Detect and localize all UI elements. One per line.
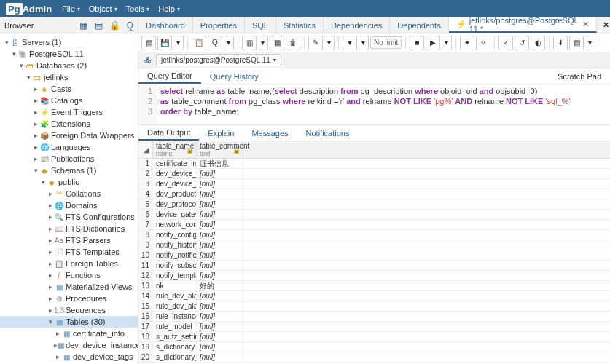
tree-node[interactable]: ▾◆Schemas (1) xyxy=(0,165,138,176)
column-header[interactable]: table_name name 🔒 xyxy=(153,141,197,158)
tree-node[interactable]: ▸▦Materialized Views xyxy=(0,281,138,293)
tab-dependents[interactable]: Dependents xyxy=(390,17,448,33)
tree-node[interactable]: ▸📄FTS Templates xyxy=(0,246,138,258)
column-header[interactable]: table_comment text 🔒 xyxy=(197,141,243,158)
table-row[interactable]: 13ok好的 xyxy=(138,281,610,291)
tree-node[interactable]: ▸⚙Procedures xyxy=(0,293,138,304)
tree-node[interactable]: ▸📦Foreign Data Wrappers xyxy=(0,130,138,141)
scratch-pad-tab[interactable]: Scratch Pad xyxy=(549,68,610,84)
search-icon[interactable]: Q xyxy=(127,20,133,31)
tree-node[interactable]: ▸🔍FTS Configurations xyxy=(0,211,138,223)
close-icon[interactable]: ✕ xyxy=(582,20,589,29)
table-row[interactable]: 6device_gateway[null] xyxy=(138,210,610,220)
rollback-button[interactable]: ↺ xyxy=(515,36,529,50)
table-row[interactable]: 2dev_device_inst...[null] xyxy=(138,169,610,179)
find-button[interactable]: Q xyxy=(208,36,222,50)
filter-dropdown[interactable]: ▾ xyxy=(359,36,369,50)
save-button[interactable]: 💾 xyxy=(157,36,172,50)
tree-node[interactable]: ▸ƒFunctions xyxy=(0,269,138,281)
tab-sql[interactable]: SQL xyxy=(245,17,276,33)
macro-button[interactable]: ▤ xyxy=(569,36,584,50)
menu-help[interactable]: Help ▾ xyxy=(158,4,180,13)
table-row[interactable]: 17rule_model[null] xyxy=(138,322,610,332)
tree-node[interactable]: ▸▦dev_device_tags xyxy=(0,351,138,363)
connection-icon[interactable]: 🖧 xyxy=(143,55,152,66)
table-row[interactable]: 20s_dictionary_item[null] xyxy=(138,352,610,363)
table-row[interactable]: 12notify_template[null] xyxy=(138,271,610,281)
table-row[interactable]: 10notify_notificati...[null] xyxy=(138,250,610,261)
tree-node[interactable]: ▸🧩Extensions xyxy=(0,118,138,130)
tree-node[interactable]: ▸📋Foreign Tables xyxy=(0,258,138,269)
execute-button[interactable]: ▶ xyxy=(426,36,440,50)
tree-node[interactable]: ▸📖FTS Dictionaries xyxy=(0,223,138,234)
table-row[interactable]: 19s_dictionary[null] xyxy=(138,342,610,352)
explain-button[interactable]: ✦ xyxy=(460,36,474,50)
tree-node[interactable]: ▸🌐Languages xyxy=(0,141,138,153)
sql-editor[interactable]: 123 select relname as table_name,(select… xyxy=(138,84,610,125)
history-dropdown[interactable]: ▾ xyxy=(258,36,268,50)
macro-dropdown[interactable]: ▾ xyxy=(585,36,595,50)
grid-icon[interactable]: ▦ xyxy=(79,20,87,31)
tree-node[interactable]: ▾▦Tables (30) xyxy=(0,316,138,328)
output-tab-data-output[interactable]: Data Output xyxy=(138,125,199,141)
edit-dropdown[interactable]: ▾ xyxy=(324,36,335,50)
table-row[interactable]: 4dev_product[null] xyxy=(138,189,610,199)
editor-tab-query-editor[interactable]: Query Editor xyxy=(138,68,201,84)
lock-icon[interactable]: 🔒 xyxy=(109,20,120,31)
tree-node[interactable]: ▾🗃Databases (2) xyxy=(0,60,138,71)
history-button[interactable]: ▥ xyxy=(242,36,257,50)
commit-button[interactable]: ✓ xyxy=(498,36,513,50)
download-button[interactable]: ⬇ xyxy=(553,36,568,50)
open-file-button[interactable]: ▤ xyxy=(141,36,156,50)
tree-node[interactable]: ▸AaFTS Parsers xyxy=(0,234,138,246)
tree-node[interactable]: ▸📚Catalogs xyxy=(0,95,138,106)
tree-node[interactable]: ▸1.3Sequences xyxy=(0,304,138,316)
tree-node[interactable]: ▸▦dev_device_instance xyxy=(0,339,138,351)
clear-button[interactable]: ▦ xyxy=(270,36,284,50)
row-header-corner[interactable]: ◢ xyxy=(138,141,153,158)
tree-node[interactable]: ▸⚡Event Triggers xyxy=(0,106,138,118)
delete-button[interactable]: 🗑 xyxy=(286,36,300,50)
tree-node[interactable]: ▸◈Casts xyxy=(0,83,138,95)
table-row[interactable]: 7network_config[null] xyxy=(138,220,610,230)
object-tree[interactable]: ▾🗄Servers (1)▾🐘PostgreSQL 11▾🗃Databases … xyxy=(0,33,138,364)
find-dropdown[interactable]: ▾ xyxy=(224,36,234,50)
menu-file[interactable]: File ▾ xyxy=(62,4,80,13)
sql-code[interactable]: select relname as table_name,(select des… xyxy=(156,84,610,124)
table-row[interactable]: 15rule_dev_alarm_...[null] xyxy=(138,301,610,312)
table-row[interactable]: 3dev_device_tags[null] xyxy=(138,179,610,189)
tree-node[interactable]: ▸ᴬᴬCollations xyxy=(0,188,138,199)
copy-button[interactable]: 📋 xyxy=(192,36,206,50)
tab-query-tool[interactable]: ⚡jetlinks/postgres@PostgreSQL 11 * ✕ xyxy=(449,17,598,33)
limit-select[interactable]: No limit xyxy=(370,36,402,49)
table-row[interactable]: 11notify_subscribe...[null] xyxy=(138,261,610,271)
table-row[interactable]: 5dev_protocol[null] xyxy=(138,199,610,210)
tab-properties[interactable]: Properties xyxy=(193,17,245,33)
output-tab-explain[interactable]: Explain xyxy=(199,125,243,141)
tree-node[interactable]: ▾🐘PostgreSQL 11 xyxy=(0,48,138,60)
table-row[interactable]: 18s_autz_setting_i...[null] xyxy=(138,332,610,342)
explain-analyze-button[interactable]: ✧ xyxy=(476,36,490,50)
edit-button[interactable]: ✎ xyxy=(308,36,323,50)
table-row[interactable]: 9notify_history[null] xyxy=(138,240,610,250)
filter-button[interactable]: ▼ xyxy=(343,36,357,50)
menu-tools[interactable]: Tools ▾ xyxy=(126,4,150,13)
tree-node[interactable]: ▾🗃jetlinks xyxy=(0,71,138,83)
autocommit-button[interactable]: ◐ xyxy=(531,36,545,50)
sql-icon[interactable]: ▤ xyxy=(95,20,103,31)
table-row[interactable]: 16rule_instance[null] xyxy=(138,312,610,322)
output-tab-messages[interactable]: Messages xyxy=(243,125,297,141)
tree-node[interactable]: ▸📰Publications xyxy=(0,153,138,165)
panel-close-icon[interactable]: ✕ xyxy=(597,17,610,33)
table-row[interactable]: 1certificate_info证书信息 xyxy=(138,159,610,169)
tree-node[interactable]: ▸▦certificate_info xyxy=(0,328,138,339)
tab-statistics[interactable]: Statistics xyxy=(276,17,324,33)
tree-node[interactable]: ▾◆public xyxy=(0,176,138,188)
menu-object[interactable]: Object ▾ xyxy=(89,4,117,13)
connection-selector[interactable]: jetlinks/postgres@PostgreSQL 11 ▾ xyxy=(156,54,281,66)
table-row[interactable]: 8notify_config[null] xyxy=(138,230,610,240)
tree-node[interactable]: ▸🌐Domains xyxy=(0,199,138,211)
output-tab-notifications[interactable]: Notifications xyxy=(297,125,359,141)
execute-dropdown[interactable]: ▾ xyxy=(442,36,452,50)
tree-node[interactable]: ▾🗄Servers (1) xyxy=(0,36,138,48)
